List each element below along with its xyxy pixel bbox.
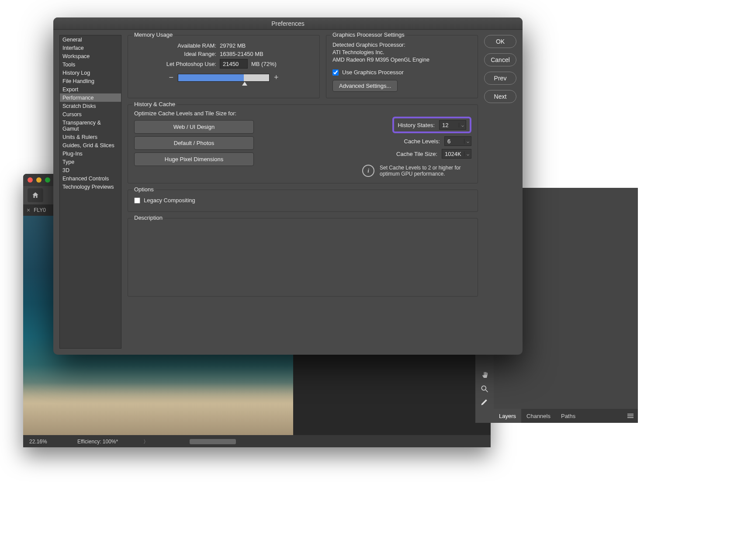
close-icon[interactable]: ×: [27, 207, 30, 214]
cancel-button[interactable]: Cancel: [484, 53, 516, 66]
group-title: Options: [132, 186, 156, 193]
panel-menu-icon[interactable]: [627, 413, 634, 419]
sidebar-item-guides-grid-slices[interactable]: Guides, Grid & Slices: [60, 141, 121, 149]
gpu-vendor: ATI Technologies Inc.: [332, 49, 471, 55]
sidebar-item-enhanced-controls[interactable]: Enhanced Controls: [60, 174, 121, 183]
status-bar: 22.16% Efficiency: 100%* 〉: [23, 436, 491, 447]
cache-tile-input[interactable]: [442, 151, 464, 157]
next-button[interactable]: Next: [484, 90, 516, 103]
cache-levels-combo[interactable]: ⌵: [444, 136, 471, 146]
memory-usage-group: Memory Usage Available RAM: 29792 MB Ide…: [128, 35, 320, 98]
tab-paths[interactable]: Paths: [556, 409, 581, 423]
preset-huge-button[interactable]: Huge Pixel Dimensions: [134, 152, 254, 166]
preset-default-button[interactable]: Default / Photos: [134, 136, 254, 150]
cache-levels-input[interactable]: [445, 138, 464, 145]
ok-button[interactable]: OK: [484, 35, 516, 48]
sidebar-item-file-handling[interactable]: File Handling: [60, 77, 121, 85]
zoom-tool-icon[interactable]: [480, 384, 489, 395]
svg-point-0: [481, 386, 486, 390]
history-states-label: History States:: [398, 122, 435, 128]
sidebar-item-export[interactable]: Export: [60, 85, 121, 93]
sidebar-item-general[interactable]: General: [60, 35, 121, 44]
use-gpu-checkbox[interactable]: [332, 69, 339, 76]
sidebar-item-tools[interactable]: Tools: [60, 60, 121, 69]
dialog-title: Preferences: [53, 17, 523, 30]
slider-thumb-icon[interactable]: [242, 82, 247, 86]
ideal-range-label: Ideal Range:: [134, 51, 216, 57]
home-button[interactable]: [28, 188, 43, 202]
history-states-combo[interactable]: ⌵: [439, 120, 466, 130]
horizontal-scrollbar[interactable]: [190, 439, 236, 444]
prev-button[interactable]: Prev: [484, 72, 516, 85]
detected-gpu-label: Detected Graphics Processor:: [332, 42, 471, 48]
preset-web-button[interactable]: Web / UI Design: [134, 120, 254, 134]
memory-slider[interactable]: [178, 74, 270, 82]
sidebar-item-scratch-disks[interactable]: Scratch Disks: [60, 102, 121, 110]
preferences-dialog: Preferences GeneralInterfaceWorkspaceToo…: [53, 17, 523, 355]
available-ram-label: Available RAM:: [134, 42, 216, 49]
chevron-down-icon[interactable]: ⌵: [464, 139, 471, 144]
advanced-settings-button[interactable]: Advanced Settings...: [332, 80, 398, 92]
history-states-input[interactable]: [440, 122, 459, 128]
chevron-down-icon[interactable]: ⌵: [464, 152, 471, 156]
sidebar-item-transparency-gamut[interactable]: Transparency & Gamut: [60, 118, 121, 133]
sidebar-item-plug-ins[interactable]: Plug-Ins: [60, 149, 121, 158]
panel-tabs: Layers Channels Paths: [494, 409, 638, 423]
cache-info-text: Set Cache Levels to 2 or higher for opti…: [380, 165, 471, 177]
ideal-range-value: 16385-21450 MB: [220, 51, 263, 57]
sidebar-item-cursors[interactable]: Cursors: [60, 110, 121, 118]
history-states-highlight: History States: ⌵: [392, 117, 471, 133]
sidebar-item-interface[interactable]: Interface: [60, 44, 121, 52]
group-title: Memory Usage: [132, 31, 174, 38]
available-ram-value: 29792 MB: [220, 42, 246, 49]
document-tab-label: FLY0: [34, 207, 46, 213]
history-cache-group: History & Cache Optimize Cache Levels an…: [128, 104, 478, 183]
info-icon: i: [362, 165, 374, 177]
cache-levels-label: Cache Levels:: [404, 138, 440, 145]
options-group: Options Legacy Compositing: [128, 190, 478, 212]
optimize-label: Optimize Cache Levels and Tile Size for:: [134, 110, 265, 117]
memory-input[interactable]: [220, 59, 248, 69]
sidebar-item-workspace[interactable]: Workspace: [60, 52, 121, 60]
category-sidebar: GeneralInterfaceWorkspaceToolsHistory Lo…: [59, 35, 121, 349]
group-title: History & Cache: [132, 101, 177, 107]
svg-line-1: [486, 390, 488, 392]
sidebar-item-units-rulers[interactable]: Units & Rulers: [60, 133, 121, 141]
memory-suffix: MB (72%): [251, 61, 277, 67]
window-traffic-lights[interactable]: [28, 177, 50, 183]
tab-layers[interactable]: Layers: [494, 409, 521, 423]
cache-tile-combo[interactable]: ⌵: [442, 149, 471, 159]
group-title: Graphics Processor Settings: [331, 31, 406, 38]
sidebar-item-history-log[interactable]: History Log: [60, 69, 121, 77]
sidebar-item-technology-previews[interactable]: Technology Previews: [60, 183, 121, 191]
dialog-buttons: OK Cancel Prev Next: [484, 35, 516, 349]
pen-tool-icon[interactable]: [480, 398, 489, 408]
sidebar-item-type[interactable]: Type: [60, 158, 121, 166]
chevron-down-icon[interactable]: ⌵: [459, 123, 466, 128]
sidebar-item-3d[interactable]: 3D: [60, 166, 121, 174]
efficiency-label: Efficiency: 100%*: [55, 439, 118, 445]
gpu-settings-group: Graphics Processor Settings Detected Gra…: [326, 35, 478, 98]
tab-channels[interactable]: Channels: [521, 409, 556, 423]
description-group: Description: [128, 218, 478, 297]
plus-icon[interactable]: +: [274, 73, 279, 82]
gpu-model: AMD Radeon R9 M395 OpenGL Engine: [332, 57, 471, 63]
let-photoshop-use-label: Let Photoshop Use:: [134, 61, 216, 67]
minus-icon[interactable]: −: [169, 73, 173, 82]
hand-tool-icon[interactable]: [480, 371, 489, 382]
use-gpu-label: Use Graphics Processor: [342, 69, 404, 76]
chevron-right-icon[interactable]: 〉: [143, 438, 149, 446]
cache-tile-label: Cache Tile Size:: [396, 151, 437, 157]
legacy-compositing-checkbox[interactable]: [134, 197, 140, 204]
sidebar-item-performance[interactable]: Performance: [60, 93, 121, 102]
group-title: Description: [132, 214, 164, 221]
legacy-compositing-label: Legacy Compositing: [144, 197, 195, 204]
zoom-level[interactable]: 22.16%: [23, 439, 55, 445]
